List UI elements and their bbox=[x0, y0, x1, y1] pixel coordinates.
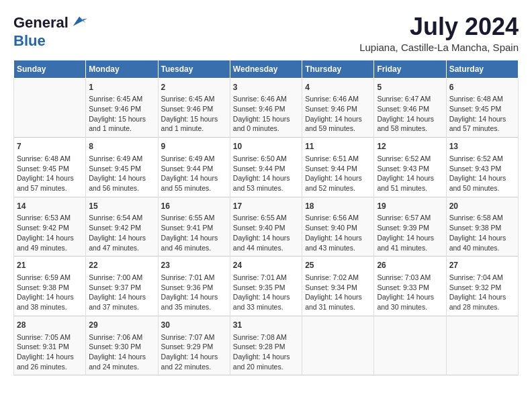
calendar-week-2: 7Sunrise: 6:48 AM Sunset: 9:45 PM Daylig… bbox=[14, 138, 519, 197]
calendar-week-1: 1Sunrise: 6:45 AM Sunset: 9:46 PM Daylig… bbox=[14, 78, 519, 138]
day-number: 3 bbox=[233, 82, 299, 93]
day-content: Sunrise: 7:00 AM Sunset: 9:37 PM Dayligh… bbox=[89, 273, 154, 312]
logo-bird-icon bbox=[70, 13, 89, 32]
day-content: Sunrise: 6:55 AM Sunset: 9:41 PM Dayligh… bbox=[161, 213, 227, 253]
day-number: 20 bbox=[449, 201, 515, 212]
day-number: 26 bbox=[377, 260, 443, 271]
calendar-cell bbox=[14, 78, 86, 138]
day-content: Sunrise: 6:48 AM Sunset: 9:45 PM Dayligh… bbox=[17, 154, 83, 193]
day-content: Sunrise: 7:01 AM Sunset: 9:35 PM Dayligh… bbox=[233, 273, 299, 312]
calendar-cell: 5Sunrise: 6:47 AM Sunset: 9:46 PM Daylig… bbox=[374, 78, 446, 138]
title-block: July 2024 Lupiana, Castille-La Mancha, S… bbox=[359, 13, 519, 53]
calendar-cell bbox=[446, 316, 518, 375]
day-content: Sunrise: 6:45 AM Sunset: 9:46 PM Dayligh… bbox=[161, 94, 227, 134]
day-number: 4 bbox=[305, 82, 371, 93]
day-number: 15 bbox=[89, 201, 154, 212]
day-number: 8 bbox=[89, 141, 154, 152]
day-content: Sunrise: 7:08 AM Sunset: 9:28 PM Dayligh… bbox=[233, 332, 299, 372]
calendar-cell bbox=[374, 316, 446, 375]
day-content: Sunrise: 6:50 AM Sunset: 9:44 PM Dayligh… bbox=[233, 154, 299, 193]
day-number: 14 bbox=[17, 201, 83, 212]
day-content: Sunrise: 6:52 AM Sunset: 9:43 PM Dayligh… bbox=[449, 154, 515, 193]
calendar-cell: 27Sunrise: 7:04 AM Sunset: 9:32 PM Dayli… bbox=[446, 257, 518, 316]
calendar-cell bbox=[302, 316, 374, 375]
header-sunday: Sunday bbox=[14, 60, 86, 78]
calendar-cell: 15Sunrise: 6:54 AM Sunset: 9:42 PM Dayli… bbox=[86, 197, 158, 257]
day-content: Sunrise: 6:47 AM Sunset: 9:46 PM Dayligh… bbox=[377, 94, 443, 134]
day-number: 19 bbox=[377, 201, 443, 212]
calendar-week-3: 14Sunrise: 6:53 AM Sunset: 9:42 PM Dayli… bbox=[14, 197, 519, 257]
day-content: Sunrise: 6:59 AM Sunset: 9:38 PM Dayligh… bbox=[17, 273, 83, 312]
location-title: Lupiana, Castille-La Mancha, Spain bbox=[359, 42, 519, 53]
calendar-cell: 8Sunrise: 6:49 AM Sunset: 9:45 PM Daylig… bbox=[86, 138, 158, 197]
calendar-cell: 18Sunrise: 6:56 AM Sunset: 9:40 PM Dayli… bbox=[302, 197, 374, 257]
day-number: 21 bbox=[17, 260, 83, 271]
day-number: 11 bbox=[305, 141, 371, 152]
month-title: July 2024 bbox=[359, 13, 519, 40]
day-content: Sunrise: 6:46 AM Sunset: 9:46 PM Dayligh… bbox=[233, 94, 299, 134]
calendar-cell: 10Sunrise: 6:50 AM Sunset: 9:44 PM Dayli… bbox=[230, 138, 302, 197]
calendar-cell: 28Sunrise: 7:05 AM Sunset: 9:31 PM Dayli… bbox=[14, 316, 86, 375]
day-content: Sunrise: 6:46 AM Sunset: 9:46 PM Dayligh… bbox=[305, 94, 371, 134]
day-content: Sunrise: 6:57 AM Sunset: 9:39 PM Dayligh… bbox=[377, 213, 443, 253]
day-number: 1 bbox=[89, 82, 154, 93]
calendar-cell: 26Sunrise: 7:03 AM Sunset: 9:33 PM Dayli… bbox=[374, 257, 446, 316]
day-number: 25 bbox=[305, 260, 371, 271]
day-content: Sunrise: 7:03 AM Sunset: 9:33 PM Dayligh… bbox=[377, 273, 443, 312]
day-content: Sunrise: 7:07 AM Sunset: 9:29 PM Dayligh… bbox=[161, 332, 227, 372]
calendar-week-4: 21Sunrise: 6:59 AM Sunset: 9:38 PM Dayli… bbox=[14, 257, 519, 316]
day-content: Sunrise: 6:45 AM Sunset: 9:46 PM Dayligh… bbox=[89, 94, 154, 134]
calendar-cell: 6Sunrise: 6:48 AM Sunset: 9:45 PM Daylig… bbox=[446, 78, 518, 138]
day-number: 17 bbox=[233, 201, 299, 212]
day-content: Sunrise: 6:49 AM Sunset: 9:44 PM Dayligh… bbox=[161, 154, 227, 193]
calendar-cell: 29Sunrise: 7:06 AM Sunset: 9:30 PM Dayli… bbox=[86, 316, 158, 375]
day-content: Sunrise: 7:06 AM Sunset: 9:30 PM Dayligh… bbox=[89, 332, 154, 372]
day-content: Sunrise: 7:02 AM Sunset: 9:34 PM Dayligh… bbox=[305, 273, 371, 312]
calendar-header-row: SundayMondayTuesdayWednesdayThursdayFrid… bbox=[14, 60, 519, 78]
day-number: 23 bbox=[161, 260, 227, 271]
day-content: Sunrise: 6:54 AM Sunset: 9:42 PM Dayligh… bbox=[89, 213, 154, 253]
day-number: 28 bbox=[17, 320, 83, 331]
day-number: 6 bbox=[449, 82, 515, 93]
calendar-cell: 24Sunrise: 7:01 AM Sunset: 9:35 PM Dayli… bbox=[230, 257, 302, 316]
calendar-cell: 20Sunrise: 6:58 AM Sunset: 9:38 PM Dayli… bbox=[446, 197, 518, 257]
day-content: Sunrise: 6:55 AM Sunset: 9:40 PM Dayligh… bbox=[233, 213, 299, 253]
day-number: 30 bbox=[161, 320, 227, 331]
day-number: 22 bbox=[89, 260, 154, 271]
day-content: Sunrise: 6:52 AM Sunset: 9:43 PM Dayligh… bbox=[377, 154, 443, 193]
day-number: 18 bbox=[305, 201, 371, 212]
day-number: 27 bbox=[449, 260, 515, 271]
calendar-table: SundayMondayTuesdayWednesdayThursdayFrid… bbox=[13, 60, 519, 376]
calendar-cell: 31Sunrise: 7:08 AM Sunset: 9:28 PM Dayli… bbox=[230, 316, 302, 375]
day-content: Sunrise: 7:05 AM Sunset: 9:31 PM Dayligh… bbox=[17, 332, 83, 372]
day-number: 7 bbox=[17, 141, 83, 152]
calendar-cell: 13Sunrise: 6:52 AM Sunset: 9:43 PM Dayli… bbox=[446, 138, 518, 197]
day-content: Sunrise: 6:53 AM Sunset: 9:42 PM Dayligh… bbox=[17, 213, 83, 253]
calendar-cell: 7Sunrise: 6:48 AM Sunset: 9:45 PM Daylig… bbox=[14, 138, 86, 197]
day-content: Sunrise: 7:01 AM Sunset: 9:36 PM Dayligh… bbox=[161, 273, 227, 312]
logo-text-general: General bbox=[13, 14, 69, 32]
calendar-cell: 21Sunrise: 6:59 AM Sunset: 9:38 PM Dayli… bbox=[14, 257, 86, 316]
day-number: 13 bbox=[449, 141, 515, 152]
calendar-cell: 25Sunrise: 7:02 AM Sunset: 9:34 PM Dayli… bbox=[302, 257, 374, 316]
calendar-cell: 22Sunrise: 7:00 AM Sunset: 9:37 PM Dayli… bbox=[86, 257, 158, 316]
header-tuesday: Tuesday bbox=[158, 60, 230, 78]
calendar-cell: 30Sunrise: 7:07 AM Sunset: 9:29 PM Dayli… bbox=[158, 316, 230, 375]
day-number: 16 bbox=[161, 201, 227, 212]
day-number: 5 bbox=[377, 82, 443, 93]
calendar-cell: 1Sunrise: 6:45 AM Sunset: 9:46 PM Daylig… bbox=[86, 78, 158, 138]
calendar-cell: 9Sunrise: 6:49 AM Sunset: 9:44 PM Daylig… bbox=[158, 138, 230, 197]
day-content: Sunrise: 6:58 AM Sunset: 9:38 PM Dayligh… bbox=[449, 213, 515, 253]
day-number: 12 bbox=[377, 141, 443, 152]
calendar-cell: 2Sunrise: 6:45 AM Sunset: 9:46 PM Daylig… bbox=[158, 78, 230, 138]
header-friday: Friday bbox=[374, 60, 446, 78]
calendar-cell: 14Sunrise: 6:53 AM Sunset: 9:42 PM Dayli… bbox=[14, 197, 86, 257]
calendar-cell: 23Sunrise: 7:01 AM Sunset: 9:36 PM Dayli… bbox=[158, 257, 230, 316]
day-number: 29 bbox=[89, 320, 154, 331]
day-content: Sunrise: 6:49 AM Sunset: 9:45 PM Dayligh… bbox=[89, 154, 154, 193]
calendar-cell: 3Sunrise: 6:46 AM Sunset: 9:46 PM Daylig… bbox=[230, 78, 302, 138]
day-number: 2 bbox=[161, 82, 227, 93]
day-number: 31 bbox=[233, 320, 299, 331]
calendar-cell: 4Sunrise: 6:46 AM Sunset: 9:46 PM Daylig… bbox=[302, 78, 374, 138]
day-number: 9 bbox=[161, 141, 227, 152]
